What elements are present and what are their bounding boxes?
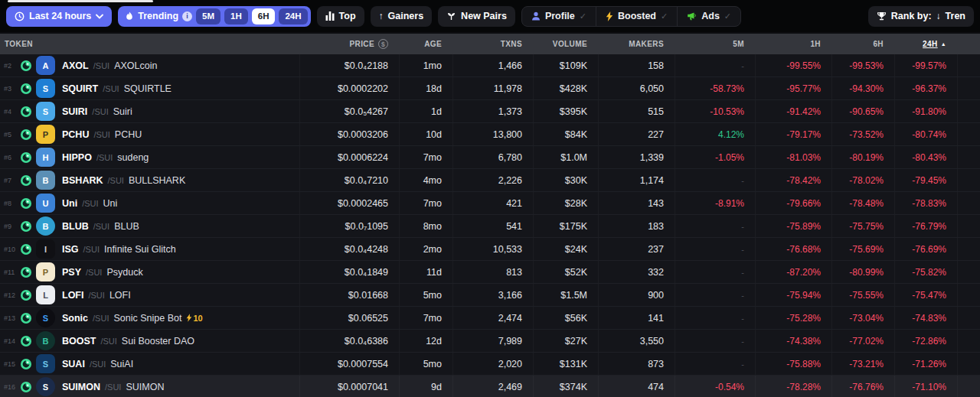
column-header-price[interactable]: PRICE$ bbox=[299, 34, 399, 54]
txns-cell: 541 bbox=[452, 215, 533, 237]
pct-24h-cell: -75.47% bbox=[894, 284, 957, 306]
timeframe-button-1h[interactable]: 1H bbox=[224, 8, 248, 24]
table-row[interactable]: #3 S SQUIRT /SUI SQUIRTLE $0.0002202 18d… bbox=[0, 77, 980, 100]
makers-cell: 143 bbox=[598, 192, 675, 214]
profile-filter[interactable]: Profile ✓ bbox=[522, 7, 596, 26]
sui-chain-icon bbox=[21, 313, 31, 324]
column-header-volume[interactable]: VOLUME bbox=[533, 34, 598, 54]
rank-by-button[interactable]: Rank by: ↓ Tren bbox=[868, 6, 974, 27]
volume-cell: $131K bbox=[533, 353, 598, 375]
token-avatar: B bbox=[36, 216, 55, 236]
price-cell: $0.0₄2188 bbox=[299, 54, 399, 76]
token-cell[interactable]: #15 S SUAI /SUI SuiAI bbox=[0, 353, 299, 375]
age-cell: 8mo bbox=[399, 215, 452, 237]
token-cell[interactable]: #9 B BLUB /SUI BLUB bbox=[0, 215, 299, 237]
timeframe-button-6h[interactable]: 6H bbox=[252, 8, 276, 24]
pct-24h-cell: -71.26% bbox=[894, 353, 957, 375]
table-row[interactable]: #11 P PSY /SUI Psyduck $0.0₄1849 11d 813… bbox=[0, 261, 980, 284]
token-cell[interactable]: #16 S SUIMON /SUI SUIMON bbox=[0, 376, 299, 397]
token-cell[interactable]: #7 B BSHARK /SUI BULLSHARK bbox=[0, 169, 299, 191]
token-cell[interactable]: #2 A AXOL /SUI AXOLcoin bbox=[0, 54, 299, 76]
column-header-24h[interactable]: 24H▲ bbox=[894, 34, 957, 54]
pct-5m-cell: -0.54% bbox=[675, 376, 755, 397]
txns-cell: 7,989 bbox=[452, 330, 533, 352]
pct-24h-cell: -99.57% bbox=[894, 54, 957, 76]
table-row[interactable]: #9 B BLUB /SUI BLUB $0.0₇1095 8mo 541 $1… bbox=[0, 215, 980, 238]
token-symbol: Sonic bbox=[62, 313, 88, 324]
table-row[interactable]: #13 S Sonic /SUI Sonic Snipe Bot 10 $0.0… bbox=[0, 307, 980, 330]
ads-filter[interactable]: Ads ✓ bbox=[677, 7, 740, 26]
sui-chain-icon bbox=[21, 267, 31, 278]
token-name: AXOLcoin bbox=[114, 60, 157, 71]
pct-24h-cell: -71.10% bbox=[894, 376, 957, 397]
token-cell[interactable]: #12 L LOFI /SUI LOFI bbox=[0, 284, 299, 306]
pct-1h-cell: -74.38% bbox=[755, 330, 831, 352]
top-button[interactable]: Top bbox=[317, 6, 364, 27]
token-avatar: H bbox=[36, 148, 55, 167]
currency-toggle-icon[interactable]: $ bbox=[378, 39, 388, 49]
trending-label[interactable]: Trending bbox=[138, 11, 178, 21]
table-row[interactable]: #10 I ISG /SUI Infinite Sui Glitch $0.0₄… bbox=[0, 238, 980, 261]
spacer-cell bbox=[957, 261, 980, 283]
column-header-age[interactable]: AGE bbox=[399, 34, 452, 54]
token-pair: /SUI bbox=[93, 222, 109, 231]
token-pair: /SUI bbox=[93, 130, 109, 139]
makers-cell: 158 bbox=[598, 54, 675, 76]
token-cell[interactable]: #10 I ISG /SUI Infinite Sui Glitch bbox=[0, 238, 299, 260]
makers-cell: 474 bbox=[598, 376, 675, 397]
table-row[interactable]: #2 A AXOL /SUI AXOLcoin $0.0₄2188 1mo 1,… bbox=[0, 54, 980, 77]
token-name: SUIMON bbox=[126, 382, 164, 392]
token-cell[interactable]: #3 S SQUIRT /SUI SQUIRTLE bbox=[0, 77, 299, 99]
price-cell: $0.0₄6386 bbox=[299, 330, 399, 352]
time-filter-button[interactable]: Last 24 hours bbox=[6, 6, 112, 27]
token-cell[interactable]: #5 P PCHU /SUI PCHU bbox=[0, 123, 299, 145]
makers-cell: 1,339 bbox=[598, 146, 675, 168]
table-row[interactable]: #15 S SUAI /SUI SuiAI $0.0007554 5mo 2,0… bbox=[0, 353, 980, 376]
token-cell[interactable]: #8 U Uni /SUI Uni bbox=[0, 192, 299, 214]
pct-5m-cell: - bbox=[675, 215, 755, 237]
makers-cell: 3,550 bbox=[598, 330, 675, 352]
token-cell[interactable]: #13 S Sonic /SUI Sonic Snipe Bot 10 bbox=[0, 307, 299, 329]
info-icon[interactable]: i bbox=[182, 11, 192, 21]
token-cell[interactable]: #11 P PSY /SUI Psyduck bbox=[0, 261, 299, 283]
token-cell[interactable]: #6 H HIPPO /SUI sudeng bbox=[0, 146, 299, 168]
pct-6h-cell: -80.99% bbox=[831, 261, 894, 283]
token-symbol: PCHU bbox=[62, 129, 89, 140]
makers-cell: 141 bbox=[598, 307, 675, 329]
column-header-makers[interactable]: MAKERS bbox=[598, 34, 675, 54]
new-pairs-button[interactable]: New Pairs bbox=[438, 6, 515, 27]
gainers-button[interactable]: ↑ Gainers bbox=[371, 6, 433, 27]
column-header-1h[interactable]: 1H bbox=[755, 34, 831, 54]
token-avatar: S bbox=[36, 102, 55, 121]
price-cell: $0.0007041 bbox=[299, 376, 399, 397]
price-cell: $0.01668 bbox=[299, 284, 399, 306]
token-avatar: L bbox=[36, 285, 55, 304]
row-rank: #7 bbox=[4, 177, 16, 184]
timeframe-button-24h[interactable]: 24H bbox=[279, 8, 307, 24]
table-row[interactable]: #8 U Uni /SUI Uni $0.0002465 7mo 421 $28… bbox=[0, 192, 980, 215]
table-row[interactable]: #4 S SUIRI /SUI Suiri $0.0₅4267 1d 1,373… bbox=[0, 100, 980, 123]
table-row[interactable]: #7 B BSHARK /SUI BULLSHARK $0.0₄7210 4mo… bbox=[0, 169, 980, 192]
table-row[interactable]: #14 B BOOST /SUI Sui Booster DAO $0.0₄63… bbox=[0, 330, 980, 353]
column-header-6h[interactable]: 6H bbox=[831, 34, 894, 54]
token-avatar: S bbox=[36, 308, 55, 327]
column-header-5m[interactable]: 5M bbox=[675, 34, 755, 54]
boosted-filter[interactable]: Boosted ✓ bbox=[596, 7, 677, 26]
pct-1h-cell: -87.20% bbox=[755, 261, 831, 283]
table-row[interactable]: #16 S SUIMON /SUI SUIMON $0.0007041 9d 2… bbox=[0, 376, 980, 397]
token-cell[interactable]: #4 S SUIRI /SUI Suiri bbox=[0, 100, 299, 122]
table-row[interactable]: #12 L LOFI /SUI LOFI $0.01668 5mo 3,166 … bbox=[0, 284, 980, 307]
pct-6h-cell: -73.04% bbox=[831, 307, 894, 329]
token-symbol: BOOST bbox=[62, 336, 96, 347]
table-row[interactable]: #6 H HIPPO /SUI sudeng $0.0006224 7mo 6,… bbox=[0, 146, 980, 169]
horizontal-scrollbar-thumb[interactable] bbox=[8, 0, 153, 2]
txns-cell: 421 bbox=[452, 192, 533, 214]
price-cell: $0.0002465 bbox=[299, 192, 399, 214]
table-row[interactable]: #5 P PCHU /SUI PCHU $0.0003206 10d 13,80… bbox=[0, 123, 980, 146]
arrow-up-icon: ↑ bbox=[379, 11, 384, 21]
token-cell[interactable]: #14 B BOOST /SUI Sui Booster DAO bbox=[0, 330, 299, 352]
column-header-txns[interactable]: TXNS bbox=[452, 34, 533, 54]
pct-1h-cell: -75.94% bbox=[755, 284, 831, 306]
column-header-token[interactable]: TOKEN bbox=[0, 34, 299, 54]
timeframe-button-5m[interactable]: 5M bbox=[196, 8, 220, 24]
